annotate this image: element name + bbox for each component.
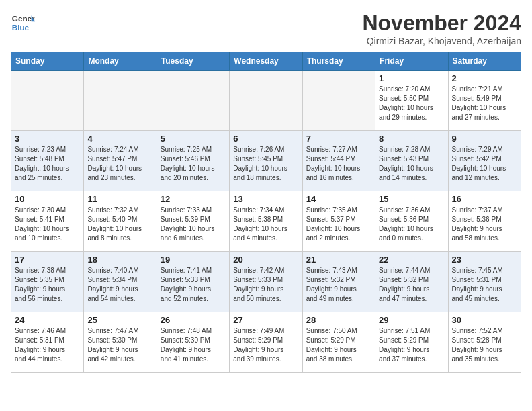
day-number: 25 xyxy=(87,315,152,325)
day-number: 13 xyxy=(233,194,298,204)
day-number: 19 xyxy=(161,255,226,265)
calendar-week-row: 24Sunrise: 7:46 AM Sunset: 5:31 PM Dayli… xyxy=(11,312,521,373)
day-info: Sunrise: 7:32 AM Sunset: 5:40 PM Dayligh… xyxy=(87,205,152,243)
day-number: 2 xyxy=(452,73,517,83)
day-info: Sunrise: 7:38 AM Sunset: 5:35 PM Dayligh… xyxy=(15,266,80,304)
calendar-day-cell: 7Sunrise: 7:27 AM Sunset: 5:44 PM Daylig… xyxy=(302,131,375,191)
calendar-week-row: 10Sunrise: 7:30 AM Sunset: 5:41 PM Dayli… xyxy=(11,191,521,252)
day-info: Sunrise: 7:41 AM Sunset: 5:33 PM Dayligh… xyxy=(161,266,226,304)
calendar-day-cell: 18Sunrise: 7:40 AM Sunset: 5:34 PM Dayli… xyxy=(84,252,157,312)
calendar-day-cell: 24Sunrise: 7:46 AM Sunset: 5:31 PM Dayli… xyxy=(11,312,84,373)
calendar-day-cell xyxy=(84,71,157,131)
calendar-day-cell: 9Sunrise: 7:29 AM Sunset: 5:42 PM Daylig… xyxy=(448,131,521,191)
day-info: Sunrise: 7:48 AM Sunset: 5:30 PM Dayligh… xyxy=(161,326,226,364)
calendar-day-cell: 6Sunrise: 7:26 AM Sunset: 5:45 PM Daylig… xyxy=(230,131,302,191)
day-info: Sunrise: 7:42 AM Sunset: 5:33 PM Dayligh… xyxy=(233,266,298,304)
day-number: 30 xyxy=(452,315,517,325)
day-info: Sunrise: 7:20 AM Sunset: 5:50 PM Dayligh… xyxy=(379,85,444,122)
day-info: Sunrise: 7:33 AM Sunset: 5:39 PM Dayligh… xyxy=(161,205,226,243)
day-number: 28 xyxy=(306,315,371,325)
calendar-day-cell: 21Sunrise: 7:43 AM Sunset: 5:32 PM Dayli… xyxy=(302,252,375,312)
day-info: Sunrise: 7:35 AM Sunset: 5:37 PM Dayligh… xyxy=(306,205,371,243)
day-info: Sunrise: 7:52 AM Sunset: 5:28 PM Dayligh… xyxy=(452,326,517,364)
day-info: Sunrise: 7:25 AM Sunset: 5:46 PM Dayligh… xyxy=(161,145,226,183)
day-info: Sunrise: 7:21 AM Sunset: 5:49 PM Dayligh… xyxy=(452,85,517,122)
calendar-day-cell: 15Sunrise: 7:36 AM Sunset: 5:36 PM Dayli… xyxy=(375,191,448,252)
day-number: 14 xyxy=(306,194,371,204)
calendar-day-cell xyxy=(11,71,84,131)
day-number: 21 xyxy=(306,255,371,265)
day-info: Sunrise: 7:24 AM Sunset: 5:47 PM Dayligh… xyxy=(87,145,152,183)
calendar-day-cell: 27Sunrise: 7:49 AM Sunset: 5:29 PM Dayli… xyxy=(230,312,302,373)
day-info: Sunrise: 7:44 AM Sunset: 5:32 PM Dayligh… xyxy=(379,266,444,304)
day-number: 24 xyxy=(15,315,80,325)
day-number: 20 xyxy=(233,255,298,265)
calendar-week-row: 1Sunrise: 7:20 AM Sunset: 5:50 PM Daylig… xyxy=(11,71,521,131)
calendar-week-row: 17Sunrise: 7:38 AM Sunset: 5:35 PM Dayli… xyxy=(11,252,521,312)
weekday-header-wednesday: Wednesday xyxy=(230,52,302,71)
calendar-day-cell: 14Sunrise: 7:35 AM Sunset: 5:37 PM Dayli… xyxy=(302,191,375,252)
svg-text:Blue: Blue xyxy=(12,23,30,32)
day-number: 8 xyxy=(379,134,444,144)
day-info: Sunrise: 7:26 AM Sunset: 5:45 PM Dayligh… xyxy=(233,145,298,183)
calendar-day-cell: 3Sunrise: 7:23 AM Sunset: 5:48 PM Daylig… xyxy=(11,131,84,191)
day-number: 9 xyxy=(452,134,517,144)
day-number: 17 xyxy=(15,255,80,265)
day-number: 16 xyxy=(452,194,517,204)
weekday-header-monday: Monday xyxy=(84,52,157,71)
day-info: Sunrise: 7:50 AM Sunset: 5:29 PM Dayligh… xyxy=(306,326,371,364)
calendar-day-cell: 20Sunrise: 7:42 AM Sunset: 5:33 PM Dayli… xyxy=(230,252,302,312)
day-info: Sunrise: 7:49 AM Sunset: 5:29 PM Dayligh… xyxy=(233,326,298,364)
day-number: 26 xyxy=(161,315,226,325)
day-number: 12 xyxy=(161,194,226,204)
calendar-day-cell: 10Sunrise: 7:30 AM Sunset: 5:41 PM Dayli… xyxy=(11,191,84,252)
day-number: 27 xyxy=(233,315,298,325)
month-title: November 2024 xyxy=(362,11,521,36)
day-info: Sunrise: 7:30 AM Sunset: 5:41 PM Dayligh… xyxy=(15,205,80,243)
day-info: Sunrise: 7:43 AM Sunset: 5:32 PM Dayligh… xyxy=(306,266,371,304)
weekday-header-row: SundayMondayTuesdayWednesdayThursdayFrid… xyxy=(11,52,521,71)
calendar-day-cell: 4Sunrise: 7:24 AM Sunset: 5:47 PM Daylig… xyxy=(84,131,157,191)
calendar-day-cell: 2Sunrise: 7:21 AM Sunset: 5:49 PM Daylig… xyxy=(448,71,521,131)
day-info: Sunrise: 7:40 AM Sunset: 5:34 PM Dayligh… xyxy=(87,266,152,304)
day-number: 23 xyxy=(452,255,517,265)
day-info: Sunrise: 7:27 AM Sunset: 5:44 PM Dayligh… xyxy=(306,145,371,183)
calendar-day-cell: 19Sunrise: 7:41 AM Sunset: 5:33 PM Dayli… xyxy=(157,252,229,312)
day-info: Sunrise: 7:29 AM Sunset: 5:42 PM Dayligh… xyxy=(452,145,517,183)
calendar-table: SundayMondayTuesdayWednesdayThursdayFrid… xyxy=(11,52,521,373)
title-section: November 2024 Qirmizi Bazar, Khojavend, … xyxy=(362,11,521,46)
calendar-day-cell: 5Sunrise: 7:25 AM Sunset: 5:46 PM Daylig… xyxy=(157,131,229,191)
day-number: 15 xyxy=(379,194,444,204)
weekday-header-thursday: Thursday xyxy=(302,52,375,71)
day-number: 22 xyxy=(379,255,444,265)
calendar-day-cell: 26Sunrise: 7:48 AM Sunset: 5:30 PM Dayli… xyxy=(157,312,229,373)
day-info: Sunrise: 7:34 AM Sunset: 5:38 PM Dayligh… xyxy=(233,205,298,243)
day-number: 18 xyxy=(87,255,152,265)
calendar-day-cell: 1Sunrise: 7:20 AM Sunset: 5:50 PM Daylig… xyxy=(375,71,448,131)
day-info: Sunrise: 7:37 AM Sunset: 5:36 PM Dayligh… xyxy=(452,205,517,243)
day-info: Sunrise: 7:47 AM Sunset: 5:30 PM Dayligh… xyxy=(87,326,152,364)
calendar-day-cell: 11Sunrise: 7:32 AM Sunset: 5:40 PM Dayli… xyxy=(84,191,157,252)
day-number: 11 xyxy=(87,194,152,204)
calendar-day-cell: 23Sunrise: 7:45 AM Sunset: 5:31 PM Dayli… xyxy=(448,252,521,312)
day-info: Sunrise: 7:36 AM Sunset: 5:36 PM Dayligh… xyxy=(379,205,444,243)
day-number: 29 xyxy=(379,315,444,325)
calendar-week-row: 3Sunrise: 7:23 AM Sunset: 5:48 PM Daylig… xyxy=(11,131,521,191)
day-number: 5 xyxy=(161,134,226,144)
weekday-header-sunday: Sunday xyxy=(11,52,84,71)
page-header: General Blue November 2024 Qirmizi Bazar… xyxy=(11,11,521,46)
calendar-day-cell: 28Sunrise: 7:50 AM Sunset: 5:29 PM Dayli… xyxy=(302,312,375,373)
calendar-day-cell: 22Sunrise: 7:44 AM Sunset: 5:32 PM Dayli… xyxy=(375,252,448,312)
calendar-day-cell: 30Sunrise: 7:52 AM Sunset: 5:28 PM Dayli… xyxy=(448,312,521,373)
day-info: Sunrise: 7:46 AM Sunset: 5:31 PM Dayligh… xyxy=(15,326,80,364)
day-info: Sunrise: 7:28 AM Sunset: 5:43 PM Dayligh… xyxy=(379,145,444,183)
calendar-day-cell: 17Sunrise: 7:38 AM Sunset: 5:35 PM Dayli… xyxy=(11,252,84,312)
location: Qirmizi Bazar, Khojavend, Azerbaijan xyxy=(362,36,521,46)
calendar-day-cell: 12Sunrise: 7:33 AM Sunset: 5:39 PM Dayli… xyxy=(157,191,229,252)
day-number: 1 xyxy=(379,73,444,83)
calendar-day-cell xyxy=(302,71,375,131)
day-info: Sunrise: 7:45 AM Sunset: 5:31 PM Dayligh… xyxy=(452,266,517,304)
logo: General Blue xyxy=(11,11,35,35)
weekday-header-friday: Friday xyxy=(375,52,448,71)
weekday-header-tuesday: Tuesday xyxy=(157,52,229,71)
